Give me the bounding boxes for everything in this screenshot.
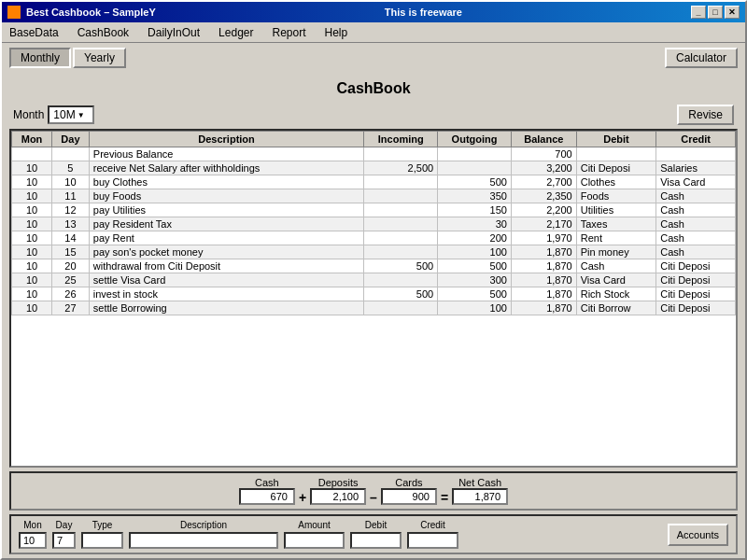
cards-label: Cards bbox=[395, 477, 422, 488]
cards-value: 900 bbox=[381, 488, 437, 505]
close-button[interactable]: ✕ bbox=[725, 6, 740, 19]
table-row[interactable]: 105receive Net Salary after withholdings… bbox=[12, 161, 736, 175]
revise-button[interactable]: Revise bbox=[677, 105, 734, 125]
col-header-balance: Balance bbox=[511, 132, 576, 147]
net-cash-label: Net Cash bbox=[458, 477, 501, 488]
calculator-button[interactable]: Calculator bbox=[665, 48, 738, 68]
table-row[interactable]: 1015pay son's pocket money1001,870Pin mo… bbox=[12, 245, 736, 259]
table-row[interactable]: 1014pay Rent2001,970RentCash bbox=[12, 231, 736, 245]
summary-cards: Cards 900 bbox=[381, 477, 437, 505]
col-header-description: Description bbox=[89, 132, 364, 147]
col-header-day: Day bbox=[52, 132, 90, 147]
table-row[interactable]: 1026invest in stock5005001,870Rich Stock… bbox=[12, 287, 736, 301]
menu-report[interactable]: Report bbox=[268, 25, 309, 40]
col-header-incoming: Incoming bbox=[364, 132, 438, 147]
month-selector: Month 10M ▼ bbox=[13, 105, 94, 124]
toolbar-left: Monthly Yearly bbox=[9, 48, 126, 68]
summary-net-cash: Net Cash 1,870 bbox=[452, 477, 508, 505]
form-debit-label: Debit bbox=[365, 520, 387, 530]
title-buttons: _ □ ✕ bbox=[691, 6, 740, 19]
form-type-field: Type bbox=[81, 520, 123, 549]
form-day-field: Day bbox=[52, 520, 76, 549]
form-amount-label: Amount bbox=[298, 520, 330, 530]
cash-value: 670 bbox=[239, 488, 295, 505]
window-subtitle: This is freeware bbox=[385, 7, 462, 18]
form-type-label: Type bbox=[92, 520, 113, 530]
table-row[interactable]: 1025settle Visa Card3001,870Visa CardCit… bbox=[12, 273, 736, 287]
menu-dailyinout[interactable]: DailyInOut bbox=[144, 25, 204, 40]
top-controls: Month 10M ▼ Revise bbox=[9, 105, 738, 125]
summary-bar: Cash 670 + Deposits 2,100 – Cards 900 = … bbox=[9, 471, 738, 511]
deposits-value: 2,100 bbox=[310, 488, 366, 505]
table-row[interactable]: 1010buy Clothes5002,700ClothesVisa Card bbox=[12, 175, 736, 189]
window-title: Best Cashbook – SampleY bbox=[26, 7, 156, 18]
form-description-label: Description bbox=[180, 520, 227, 530]
table-row[interactable]: 1027settle Borrowing1001,870Citi BorrowC… bbox=[12, 301, 736, 315]
table-row[interactable]: 1013pay Resident Tax302,170TaxesCash bbox=[12, 217, 736, 231]
table-row[interactable]: Previous Balance700 bbox=[12, 147, 736, 161]
op1: + bbox=[299, 490, 306, 505]
summary-deposits: Deposits 2,100 bbox=[310, 477, 366, 505]
summary-cash: Cash 670 bbox=[239, 477, 295, 505]
col-header-debit: Debit bbox=[576, 132, 656, 147]
col-header-outgoing: Outgoing bbox=[438, 132, 512, 147]
menu-help[interactable]: Help bbox=[321, 25, 352, 40]
form-credit-label: Credit bbox=[420, 520, 445, 530]
menu-bar: BaseData CashBook DailyInOut Ledger Repo… bbox=[2, 22, 745, 43]
form-description-input[interactable] bbox=[129, 532, 278, 549]
accounts-button[interactable]: Accounts bbox=[668, 524, 728, 546]
table-row[interactable]: 1020withdrawal from Citi Deposit5005001,… bbox=[12, 259, 736, 273]
col-header-credit: Credit bbox=[656, 132, 736, 147]
entry-form: Mon Day Type Description Amount Debit bbox=[9, 514, 738, 554]
title-bar: Best Cashbook – SampleY This is freeware… bbox=[2, 2, 745, 22]
maximize-button[interactable]: □ bbox=[708, 6, 723, 19]
op2: – bbox=[370, 490, 377, 505]
month-value: 10M bbox=[53, 108, 75, 121]
form-credit-input[interactable] bbox=[407, 532, 458, 549]
cashbook-table: Mon Day Description Incoming Outgoing Ba… bbox=[11, 131, 736, 315]
toolbar: Monthly Yearly Calculator bbox=[2, 43, 745, 73]
col-header-mon: Mon bbox=[12, 132, 52, 147]
op3: = bbox=[441, 490, 448, 505]
form-description-field: Description bbox=[129, 520, 278, 549]
main-window: Best Cashbook – SampleY This is freeware… bbox=[0, 0, 747, 560]
content-area: CashBook Month 10M ▼ Revise Mon Day Desc… bbox=[2, 73, 745, 558]
monthly-button[interactable]: Monthly bbox=[9, 48, 71, 68]
form-type-input[interactable] bbox=[81, 532, 123, 549]
form-amount-field: Amount bbox=[284, 520, 345, 549]
form-credit-field: Credit bbox=[407, 520, 458, 549]
cashbook-table-container: Mon Day Description Incoming Outgoing Ba… bbox=[9, 129, 738, 468]
table-row[interactable]: 1011buy Foods3502,350FoodsCash bbox=[12, 189, 736, 203]
month-label: Month bbox=[13, 108, 44, 121]
net-cash-value: 1,870 bbox=[452, 488, 508, 505]
app-icon bbox=[7, 6, 21, 19]
form-debit-field: Debit bbox=[350, 520, 402, 549]
cash-label: Cash bbox=[255, 477, 279, 488]
dropdown-arrow-icon: ▼ bbox=[78, 111, 85, 119]
menu-basedata[interactable]: BaseData bbox=[6, 25, 63, 40]
deposits-label: Deposits bbox=[318, 477, 359, 488]
title-bar-left: Best Cashbook – SampleY bbox=[7, 6, 156, 19]
menu-ledger[interactable]: Ledger bbox=[215, 25, 257, 40]
form-mon-label: Mon bbox=[23, 520, 41, 530]
form-day-input[interactable] bbox=[52, 532, 76, 549]
form-mon-input[interactable] bbox=[19, 532, 47, 549]
menu-cashbook[interactable]: CashBook bbox=[74, 25, 133, 40]
table-header-row: Mon Day Description Incoming Outgoing Ba… bbox=[12, 132, 736, 147]
month-dropdown[interactable]: 10M ▼ bbox=[48, 105, 94, 124]
form-mon-field: Mon bbox=[19, 520, 47, 549]
minimize-button[interactable]: _ bbox=[691, 6, 706, 19]
form-amount-input[interactable] bbox=[284, 532, 345, 549]
table-row[interactable]: 1012pay Utilities1502,200UtilitiesCash bbox=[12, 203, 736, 217]
form-day-label: Day bbox=[56, 520, 73, 530]
form-debit-input[interactable] bbox=[350, 532, 402, 549]
page-title: CashBook bbox=[9, 77, 738, 101]
yearly-button[interactable]: Yearly bbox=[73, 48, 126, 68]
